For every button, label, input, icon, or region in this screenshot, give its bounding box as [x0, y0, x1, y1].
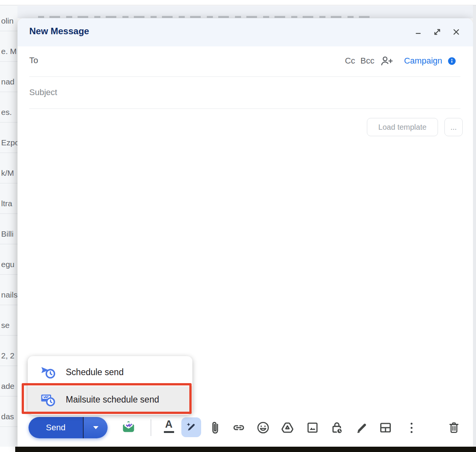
- to-label: To: [29, 56, 38, 65]
- campaign-link[interactable]: Campaign: [404, 56, 442, 66]
- window-controls: [413, 27, 462, 37]
- send-button[interactable]: Send: [29, 417, 83, 438]
- toolbar-divider: [151, 419, 151, 436]
- vertical-dots-icon: [411, 423, 413, 433]
- send-label: Send: [46, 423, 65, 433]
- list-divider: [0, 366, 17, 366]
- mailsuite-envelope-icon: [120, 418, 137, 436]
- mailsuite-schedule-send-icon: [39, 391, 57, 408]
- subject-field-row[interactable]: Subject: [17, 77, 473, 109]
- format-a-icon: A: [160, 419, 177, 430]
- emoji-icon: [256, 420, 270, 435]
- chevron-down-icon: [93, 426, 98, 429]
- background-email-list: olin e. M nad es. Ezpo k/M ltra Billi eg…: [0, 5, 17, 447]
- menu-item-schedule-send[interactable]: Schedule send: [28, 360, 192, 385]
- list-divider: [0, 92, 17, 92]
- email-list-fragment: nails: [1, 289, 17, 301]
- send-options-button[interactable]: [83, 417, 108, 438]
- send-options-menu: Schedule send Mailsuite schedule send: [28, 356, 192, 415]
- bottom-dark-bar: [15, 447, 476, 452]
- popout-button[interactable]: [432, 27, 443, 37]
- recipient-options: Cc Bcc Campaign: [345, 55, 456, 67]
- menu-item-mailsuite-schedule-send[interactable]: Mailsuite schedule send: [28, 386, 192, 413]
- screen: olin e. M nad es. Ezpo k/M ltra Billi eg…: [0, 0, 476, 452]
- list-divider: [0, 213, 17, 214]
- email-list-fragment: olin: [1, 15, 17, 27]
- compose-header[interactable]: New Message: [17, 18, 473, 46]
- email-list-fragment: ltra: [1, 198, 17, 209]
- list-divider: [0, 305, 17, 305]
- minimize-button[interactable]: [413, 27, 424, 37]
- link-icon: [231, 420, 246, 435]
- list-divider: [0, 31, 17, 31]
- list-divider: [0, 61, 17, 62]
- google-drive-icon: [280, 420, 295, 435]
- email-list-fragment: Billi: [1, 228, 17, 240]
- formatting-options-button[interactable]: A: [160, 419, 177, 437]
- image-icon: [305, 420, 320, 435]
- email-list-fragment: se: [1, 320, 17, 331]
- email-list-fragment: 2, 2: [1, 350, 17, 361]
- list-divider: [0, 274, 17, 275]
- bcc-toggle[interactable]: Bcc: [360, 56, 374, 66]
- info-icon[interactable]: [447, 57, 456, 65]
- list-divider: [0, 122, 17, 123]
- trash-icon: [447, 420, 461, 435]
- multi-send-layout-button[interactable]: [378, 420, 393, 435]
- compose-title: New Message: [29, 26, 89, 37]
- open-in-full-icon: [433, 27, 442, 37]
- mailsuite-tracking-button[interactable]: [119, 418, 138, 436]
- list-divider: [0, 153, 17, 153]
- cc-toggle[interactable]: Cc: [345, 56, 355, 66]
- close-button[interactable]: [451, 27, 462, 37]
- add-contact-icon[interactable]: [380, 55, 393, 67]
- close-icon: [452, 27, 461, 37]
- email-list-fragment: das: [1, 411, 17, 422]
- menu-item-label: Schedule send: [66, 367, 124, 377]
- email-list-fragment: Ezpo: [1, 137, 17, 148]
- list-divider: [0, 427, 17, 427]
- insert-emoji-button[interactable]: [255, 420, 271, 435]
- lock-clock-icon: [329, 420, 344, 435]
- more-options-button[interactable]: [404, 420, 419, 435]
- list-divider: [0, 244, 17, 244]
- help-me-write-button[interactable]: [181, 417, 201, 437]
- confidential-mode-button[interactable]: [329, 420, 344, 435]
- insert-drive-file-button[interactable]: [280, 420, 295, 435]
- email-list-fragment: e. M: [1, 46, 17, 57]
- pen-icon: [354, 420, 368, 435]
- email-list-fragment: egu: [1, 259, 17, 270]
- right-edge-strip: [473, 5, 476, 447]
- minimize-icon: [414, 28, 422, 36]
- subject-label: Subject: [29, 88, 57, 97]
- insert-link-button[interactable]: [231, 420, 246, 435]
- menu-item-label: Mailsuite schedule send: [66, 395, 159, 405]
- background-top-bar: [0, 0, 476, 5]
- email-list-fragment: ade: [1, 380, 17, 392]
- attach-file-button[interactable]: [208, 420, 223, 435]
- sparkle-pen-icon: [185, 421, 198, 434]
- schedule-send-icon: [39, 363, 57, 381]
- clipped-background-text: [38, 16, 373, 18]
- discard-draft-button[interactable]: [446, 420, 462, 435]
- format-underline-bar: [164, 431, 174, 433]
- insert-signature-button[interactable]: [354, 420, 369, 435]
- insert-photo-button[interactable]: [305, 420, 320, 435]
- email-list-fragment: es.: [1, 107, 17, 118]
- layout-icon: [378, 420, 393, 435]
- send-split-button: Send: [29, 417, 108, 438]
- email-list-fragment: nad: [1, 76, 17, 88]
- email-list-fragment: k/M: [1, 167, 17, 179]
- list-divider: [0, 183, 17, 183]
- list-divider: [0, 335, 17, 336]
- list-divider: [0, 396, 17, 396]
- to-field-row[interactable]: To Cc Bcc Campaign: [17, 46, 473, 77]
- paperclip-icon: [208, 420, 222, 435]
